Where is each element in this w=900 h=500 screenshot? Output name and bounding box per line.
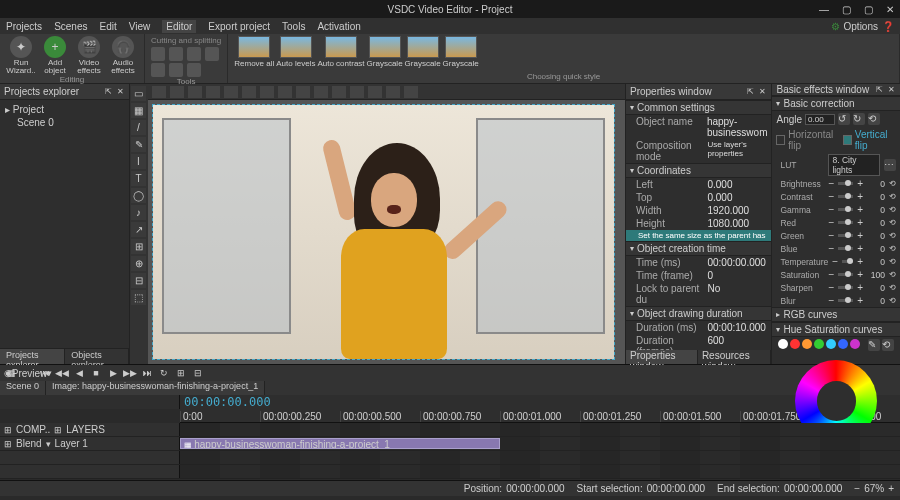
tab-resources-window[interactable]: Resources window: [698, 350, 772, 364]
prop-top[interactable]: Top0.000: [626, 191, 771, 204]
prop-composition-mode[interactable]: Composition modeUse layer's properties: [626, 139, 771, 163]
group-common[interactable]: ▾Common settings: [626, 100, 771, 115]
reset-icon[interactable]: ⟲: [889, 283, 896, 292]
group-basic-correction[interactable]: ▾Basic correction: [772, 96, 900, 111]
tool-remove[interactable]: ⊟: [131, 273, 146, 288]
play-back-icon[interactable]: ◀: [72, 367, 86, 379]
run-wizard-button[interactable]: ✦ Run Wizard..: [6, 36, 36, 75]
decrement-icon[interactable]: −: [828, 269, 834, 280]
decrement-icon[interactable]: −: [828, 243, 834, 254]
track-lane[interactable]: [180, 451, 900, 464]
group-creation-time[interactable]: ▾Object creation time: [626, 241, 771, 256]
menu-scenes[interactable]: Scenes: [54, 21, 87, 32]
options-label[interactable]: Options: [844, 21, 878, 32]
decrement-icon[interactable]: −: [828, 217, 834, 228]
track-lane[interactable]: [180, 423, 900, 436]
slider-track[interactable]: [838, 182, 853, 185]
canvas-tool-1[interactable]: [152, 86, 166, 98]
clip-image[interactable]: ▦ happy-businesswoman-finishing-a-projec…: [180, 438, 500, 449]
slider-thumb[interactable]: [845, 232, 851, 238]
prop-object-name[interactable]: Object namehappy-businesswom: [626, 115, 771, 139]
hflip-checkbox[interactable]: [776, 135, 785, 145]
color-white[interactable]: [778, 339, 788, 349]
menu-edit[interactable]: Edit: [99, 21, 116, 32]
close-button[interactable]: ✕: [884, 4, 896, 15]
tool-btn-7[interactable]: [187, 63, 201, 77]
prop-time-ms[interactable]: Time (ms)00:00:00.000: [626, 256, 771, 269]
pin-icon[interactable]: ⇱: [745, 87, 755, 97]
canvas-tool-6[interactable]: [242, 86, 256, 98]
group-coordinates[interactable]: ▾Coordinates: [626, 163, 771, 178]
video-effects-button[interactable]: 🎬 Video effects: [74, 36, 104, 75]
decrement-icon[interactable]: −: [828, 204, 834, 215]
stop-icon[interactable]: ■: [89, 367, 103, 379]
close-panel-icon[interactable]: ✕: [115, 87, 125, 97]
help-icon[interactable]: ❓: [882, 21, 894, 32]
color-magenta[interactable]: [850, 339, 860, 349]
tool-pen[interactable]: ✎: [131, 137, 146, 152]
tl-btn-b[interactable]: ⊟: [191, 367, 205, 379]
reset-icon[interactable]: ⟲: [889, 270, 896, 279]
audio-effects-button[interactable]: 🎧 Audio effects: [108, 36, 138, 75]
decrement-icon[interactable]: −: [828, 178, 834, 189]
menu-export[interactable]: Export project: [208, 21, 270, 32]
reset-icon[interactable]: ⟲: [889, 231, 896, 240]
slider-thumb[interactable]: [845, 219, 851, 225]
menu-activation[interactable]: Activation: [317, 21, 360, 32]
zoom-out-icon[interactable]: −: [854, 483, 860, 494]
slider-track[interactable]: [838, 273, 853, 276]
tool-grid[interactable]: ⊞: [131, 239, 146, 254]
slider-thumb[interactable]: [845, 271, 851, 277]
slider-track[interactable]: [838, 234, 853, 237]
minimize-button[interactable]: —: [818, 4, 830, 15]
tool-add[interactable]: ⊕: [131, 256, 146, 271]
tool-btn-4[interactable]: [205, 47, 219, 61]
tab-image-clip[interactable]: Image: happy-businesswoman-finishing-a-p…: [46, 381, 265, 395]
style-grayscale-1[interactable]: Grayscale: [367, 36, 403, 68]
increment-icon[interactable]: +: [857, 204, 863, 215]
loop-icon[interactable]: ↻: [157, 367, 171, 379]
reset-icon[interactable]: ⟲: [889, 257, 896, 266]
color-orange[interactable]: [802, 339, 812, 349]
color-green[interactable]: [814, 339, 824, 349]
increment-icon[interactable]: +: [857, 269, 863, 280]
increment-icon[interactable]: +: [857, 256, 863, 267]
lut-options-icon[interactable]: ⋯: [884, 159, 896, 171]
reset-icon[interactable]: ⟲: [889, 244, 896, 253]
preview-dropdown[interactable]: ◉ Preview ▾: [21, 367, 35, 379]
color-cyan[interactable]: [826, 339, 836, 349]
pin-icon[interactable]: ⇱: [103, 87, 113, 97]
prop-lock-parent-1[interactable]: Lock to parent duNo: [626, 282, 771, 306]
track-lane-layer1[interactable]: ▦ happy-businesswoman-finishing-a-projec…: [180, 437, 900, 450]
vflip-checkbox[interactable]: [843, 135, 852, 145]
track-lane[interactable]: [180, 465, 900, 478]
zoom-in-icon[interactable]: +: [888, 483, 894, 494]
color-red[interactable]: [790, 339, 800, 349]
slider-track[interactable]: [842, 260, 853, 263]
decrement-icon[interactable]: −: [828, 191, 834, 202]
rotate-ccw-icon[interactable]: ↺: [838, 113, 850, 125]
menu-view[interactable]: View: [129, 21, 151, 32]
style-grayscale-2[interactable]: Grayscale: [405, 36, 441, 68]
slider-thumb[interactable]: [845, 297, 851, 303]
reset-icon[interactable]: ⟲: [889, 296, 896, 305]
decrement-icon[interactable]: −: [828, 282, 834, 293]
reset-icon[interactable]: ⟲: [868, 113, 880, 125]
tree-scene-0[interactable]: Scene 0: [5, 116, 124, 129]
close-panel-icon[interactable]: ✕: [757, 87, 767, 97]
menu-projects[interactable]: Projects: [6, 21, 42, 32]
slider-track[interactable]: [838, 208, 853, 211]
slider-thumb[interactable]: [845, 284, 851, 290]
reset-icon[interactable]: ⟲: [889, 192, 896, 201]
tool-line[interactable]: /: [131, 120, 146, 135]
canvas-tool-2[interactable]: [170, 86, 184, 98]
preview-viewport[interactable]: [148, 100, 625, 364]
tree-project-root[interactable]: ▸ Project: [5, 103, 124, 116]
increment-icon[interactable]: +: [857, 191, 863, 202]
btn-same-size-as-parent[interactable]: Set the same size as the parent has: [626, 230, 771, 241]
tool-select[interactable]: ▭: [131, 86, 146, 101]
tool-btn-2[interactable]: [169, 47, 183, 61]
canvas-tool-11[interactable]: [332, 86, 346, 98]
increment-icon[interactable]: +: [857, 230, 863, 241]
increment-icon[interactable]: +: [857, 295, 863, 306]
